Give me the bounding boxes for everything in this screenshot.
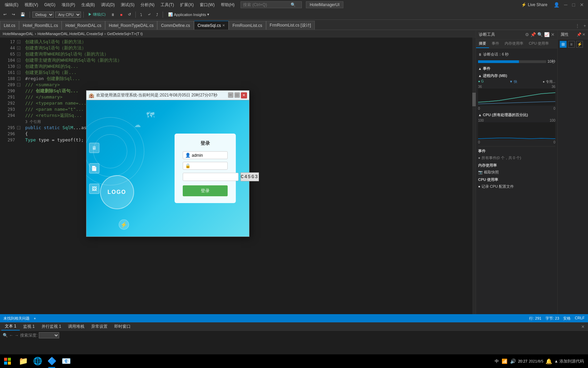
live-share-btn[interactable]: ⚡ Live Share xyxy=(518,2,551,7)
sys-ime-icon[interactable]: 中 xyxy=(495,358,499,364)
tab-commdefine[interactable]: CommDefine.cs xyxy=(157,21,194,30)
close-icon[interactable]: ✕ xyxy=(578,2,586,7)
search-input[interactable] xyxy=(243,2,291,7)
diag-tab-summary[interactable]: 摘要 xyxy=(476,40,489,48)
diag-session-pause[interactable]: ⏸ xyxy=(478,52,482,57)
collapse-65[interactable]: + xyxy=(17,52,20,56)
toolbar-step-out[interactable]: ⤴ xyxy=(154,12,160,17)
sys-network-icon[interactable]: 📶 xyxy=(502,358,507,364)
collapse-161[interactable]: + xyxy=(17,71,20,74)
menu-item-project[interactable]: 项目(P) xyxy=(59,1,78,9)
tab-hotelbll[interactable]: Hotel_RoomBLL.cs xyxy=(19,21,62,30)
collapse-44[interactable]: + xyxy=(17,46,20,50)
sys-volume-icon[interactable]: 🔊 xyxy=(510,358,516,364)
cpu-select[interactable]: Any CPU xyxy=(55,12,81,18)
diag-tab-cpu[interactable]: CPU 使用率 xyxy=(526,40,552,48)
diag-cpu-section[interactable]: ▲ CPU (所有处理器的百分比) xyxy=(478,112,555,118)
notification-btn[interactable]: 🔔 xyxy=(545,358,552,365)
password-input[interactable] xyxy=(192,164,229,168)
app-insights-dropdown-icon[interactable]: ▾ xyxy=(207,12,209,17)
collapse-130[interactable]: + xyxy=(17,65,20,68)
toolbar-step-in[interactable]: ⤶ xyxy=(146,12,153,17)
toolbar-step-over[interactable]: ⤵ xyxy=(138,12,144,17)
menu-item-test[interactable]: 测试(S) xyxy=(118,1,137,9)
collapse-104[interactable]: + xyxy=(17,59,20,62)
props-list-icon[interactable]: ≡ xyxy=(568,41,575,48)
tab-frmroomlist-design[interactable]: FrmRoomList.cs [设计] xyxy=(266,21,315,30)
props-events-icon[interactable]: ⚡ xyxy=(576,41,583,48)
taskbar-ie[interactable]: 🌐 xyxy=(31,354,44,368)
menu-item-tools[interactable]: 工具(T) xyxy=(158,1,177,9)
username-input[interactable] xyxy=(192,153,229,158)
collapse-295[interactable]: − xyxy=(17,126,20,129)
maximize-icon[interactable]: □ xyxy=(570,2,577,7)
bottom-tab-0[interactable]: 文本 1 xyxy=(1,323,20,331)
bottom-nav-fwd[interactable]: → xyxy=(15,333,19,338)
diag-memory-section[interactable]: ▲ 进程内存 (MB) xyxy=(478,73,555,78)
start-button[interactable] xyxy=(1,355,14,367)
menu-item-view[interactable]: 视图(V) xyxy=(22,1,41,9)
diag-pin-icon[interactable]: 📌 xyxy=(530,32,536,37)
debug-mode-select[interactable]: Debug xyxy=(32,12,54,18)
toolbar-save[interactable]: 💾 xyxy=(18,12,27,17)
diag-events-section[interactable]: ▲ 事件 xyxy=(478,66,555,71)
captcha-input[interactable] xyxy=(183,173,239,181)
tab-close-btn[interactable]: ✕ xyxy=(222,24,225,27)
diag-tab-events[interactable]: 事件 xyxy=(489,40,502,48)
menu-item-edit[interactable]: 编辑(E) xyxy=(2,1,21,9)
add-to-source-icon[interactable]: ▲ 添加到源代码 xyxy=(554,358,584,364)
bottom-panel-close[interactable]: ✕ xyxy=(579,324,587,330)
editor-scrollbar[interactable] xyxy=(472,37,476,314)
tab-createsql[interactable]: CreateSql.cs ✕ xyxy=(194,21,229,30)
bottom-tab-5[interactable]: 即时窗口 xyxy=(111,323,134,330)
new-tab-btn[interactable]: + xyxy=(582,22,588,30)
dialog-close-btn[interactable]: ✕ xyxy=(241,92,247,98)
menu-item-build[interactable]: 生成(B) xyxy=(79,1,98,9)
taskbar-mail[interactable]: 📧 xyxy=(59,354,73,368)
dialog-minimize-btn[interactable]: ─ xyxy=(228,92,233,98)
account-icon[interactable]: 👤 xyxy=(552,2,561,7)
search-box[interactable]: 🔍 xyxy=(241,1,302,8)
bottom-nav-back[interactable]: ← xyxy=(9,333,13,338)
diag-snapshot-btn[interactable]: 📷 截取快照 xyxy=(478,169,555,175)
collapse-17[interactable]: + xyxy=(17,40,20,44)
diag-zoom-icon[interactable]: 🔍 xyxy=(537,32,543,37)
search-depth-select[interactable] xyxy=(39,332,59,338)
bottom-tab-2[interactable]: 并行监视 1 xyxy=(38,323,65,330)
taskbar-explorer[interactable]: 📁 xyxy=(16,354,30,368)
toolbar-run-btn[interactable]: ▶ 继续(C) xyxy=(86,11,108,18)
bottom-tab-3[interactable]: 调用堆栈 xyxy=(65,323,88,330)
tab-overflow-btn[interactable]: ⋮ xyxy=(573,22,582,30)
menu-item-window[interactable]: 窗口(W) xyxy=(197,1,217,9)
toolbar-restart-btn[interactable]: ↺ xyxy=(126,12,133,17)
dialog-maximize-btn[interactable]: □ xyxy=(234,92,240,98)
props-pin-icon[interactable]: 📌 xyxy=(577,32,582,37)
diag-settings-icon[interactable]: ⚙ xyxy=(525,32,529,37)
menu-item-help[interactable]: 帮助(H) xyxy=(218,1,238,9)
bottom-tab-1[interactable]: 监视 1 xyxy=(20,323,38,330)
props-close-icon[interactable]: ✕ xyxy=(582,32,585,37)
menu-item-git[interactable]: Git(G) xyxy=(42,1,58,8)
props-grid-icon[interactable]: ⊞ xyxy=(560,41,567,48)
bottom-tab-4[interactable]: 异常设置 xyxy=(88,323,111,330)
menu-item-ext[interactable]: 扩展(X) xyxy=(177,1,196,9)
tab-hoteldal[interactable]: Hotel_RoomDAL.cs xyxy=(62,21,105,30)
app-insights-btn[interactable]: 📊 Application Insights ▾ xyxy=(165,12,212,17)
toolbar-pause-btn[interactable]: ⏸ xyxy=(109,12,117,17)
menu-item-debug[interactable]: 调试(D) xyxy=(98,1,118,9)
tab-frmroomlist[interactable]: FrmRoomList.cs xyxy=(229,21,266,30)
tab-roomtypedal[interactable]: Hotel_RoomTypeDAL.cs xyxy=(105,21,157,30)
toolbar-redo[interactable]: ↪ xyxy=(10,12,17,17)
tab-list[interactable]: List.cs xyxy=(0,21,19,30)
diag-chart-icon[interactable]: 📈 xyxy=(544,32,550,37)
diag-record-cpu-btn[interactable]: ● 记录 CPU 配置文件 xyxy=(478,184,555,189)
collapse-289[interactable]: − xyxy=(17,83,20,87)
toolbar-undo[interactable]: ↩ xyxy=(1,12,9,17)
login-button[interactable]: 登录 xyxy=(183,185,228,196)
toolbar-stop-btn[interactable]: ■ xyxy=(118,12,125,17)
diag-close-icon[interactable]: ✕ xyxy=(551,32,555,37)
menu-item-analyze[interactable]: 分析(N) xyxy=(138,1,157,9)
diag-tab-memory[interactable]: 内存使用率 xyxy=(502,40,526,48)
collapse-188[interactable]: − xyxy=(17,77,20,80)
minimize-icon[interactable]: ─ xyxy=(562,2,570,7)
